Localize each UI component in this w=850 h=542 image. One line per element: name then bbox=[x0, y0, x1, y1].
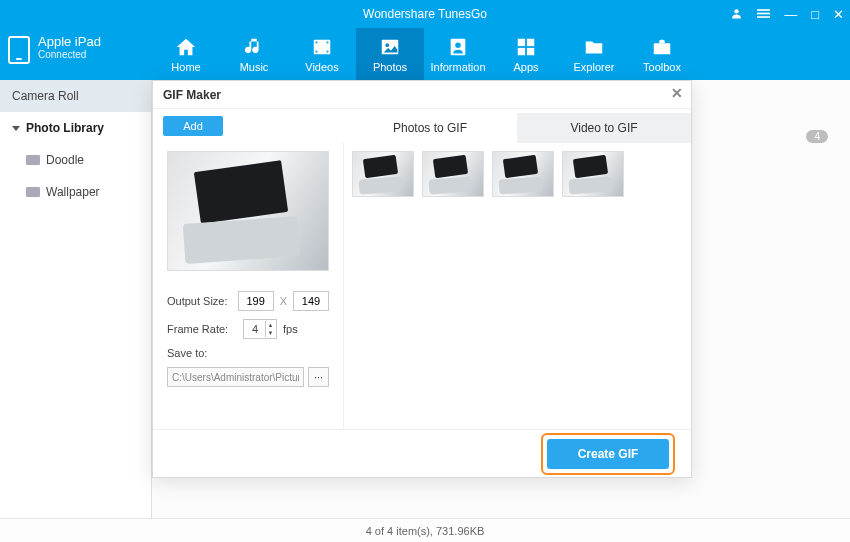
image-icon bbox=[26, 155, 40, 165]
nav-tabs: Home Music Videos Photos Information App… bbox=[152, 28, 850, 80]
add-button[interactable]: Add bbox=[163, 116, 223, 136]
nav-photos[interactable]: Photos bbox=[356, 28, 424, 80]
menu-icon[interactable] bbox=[757, 7, 770, 22]
home-icon bbox=[175, 36, 197, 58]
dialog-title: GIF Maker bbox=[163, 88, 221, 102]
sidebar-label: Camera Roll bbox=[12, 89, 79, 103]
gif-tabs: Photos to GIF Video to GIF bbox=[343, 113, 691, 143]
status-text: 4 of 4 item(s), 731.96KB bbox=[366, 525, 485, 537]
save-to-label: Save to: bbox=[167, 347, 207, 359]
folder-icon bbox=[583, 36, 605, 58]
svg-point-12 bbox=[455, 42, 461, 48]
nav-label: Toolbox bbox=[643, 61, 681, 73]
fps-label: fps bbox=[283, 323, 298, 335]
title-bar: Wondershare TunesGo — □ ✕ bbox=[0, 0, 850, 28]
device-info[interactable]: Apple iPad Connected bbox=[0, 28, 152, 80]
output-size-label: Output Size: bbox=[167, 295, 232, 307]
nav-label: Home bbox=[171, 61, 200, 73]
tablet-icon bbox=[8, 36, 30, 64]
sidebar: Camera Roll Photo Library Doodle Wallpap… bbox=[0, 80, 152, 518]
sidebar-label: Wallpaper bbox=[46, 185, 100, 199]
briefcase-icon bbox=[651, 36, 673, 58]
photo-icon bbox=[379, 36, 401, 58]
chevron-down-icon bbox=[12, 126, 20, 131]
nav-home[interactable]: Home bbox=[152, 28, 220, 80]
chevron-up-icon[interactable]: ▲ bbox=[265, 321, 275, 329]
nav-label: Videos bbox=[305, 61, 338, 73]
app-window: Wondershare TunesGo — □ ✕ Apple iPad Con… bbox=[0, 0, 850, 542]
maximize-button[interactable]: □ bbox=[811, 8, 819, 21]
svg-rect-2 bbox=[757, 12, 770, 14]
apps-icon bbox=[515, 36, 537, 58]
thumbnail[interactable] bbox=[562, 151, 624, 197]
create-gif-button[interactable]: Create GIF bbox=[547, 439, 669, 469]
svg-rect-16 bbox=[527, 47, 534, 54]
output-height-input[interactable] bbox=[293, 291, 329, 311]
device-status: Connected bbox=[38, 49, 101, 60]
tab-photos-to-gif[interactable]: Photos to GIF bbox=[343, 113, 517, 143]
dialog-footer: Create GIF bbox=[153, 429, 691, 477]
close-button[interactable]: ✕ bbox=[833, 8, 844, 21]
app-title: Wondershare TunesGo bbox=[363, 7, 487, 21]
settings-panel: Output Size: X Frame Rate: 4 ▲▼ fps bbox=[153, 143, 343, 429]
svg-rect-3 bbox=[757, 16, 770, 18]
tab-video-to-gif[interactable]: Video to GIF bbox=[517, 113, 691, 143]
svg-rect-8 bbox=[327, 50, 329, 52]
nav-label: Photos bbox=[373, 61, 407, 73]
nav-label: Apps bbox=[513, 61, 538, 73]
save-path-input[interactable] bbox=[167, 367, 304, 387]
nav-videos[interactable]: Videos bbox=[288, 28, 356, 80]
user-icon[interactable] bbox=[730, 7, 743, 22]
nav-apps[interactable]: Apps bbox=[492, 28, 560, 80]
svg-rect-15 bbox=[518, 47, 525, 54]
thumbnail[interactable] bbox=[492, 151, 554, 197]
svg-rect-5 bbox=[316, 41, 318, 43]
nav-label: Music bbox=[240, 61, 269, 73]
frame-rate-value: 4 bbox=[252, 323, 258, 335]
highlight-annotation: Create GIF bbox=[541, 433, 675, 475]
svg-rect-7 bbox=[327, 41, 329, 43]
sidebar-item-doodle[interactable]: Doodle bbox=[0, 144, 151, 176]
status-bar: 4 of 4 item(s), 731.96KB bbox=[0, 518, 850, 542]
nav-label: Information bbox=[430, 61, 485, 73]
header-nav: Apple iPad Connected Home Music Videos P… bbox=[0, 28, 850, 80]
svg-rect-6 bbox=[316, 50, 318, 52]
film-icon bbox=[311, 36, 333, 58]
close-icon[interactable]: ✕ bbox=[671, 85, 683, 101]
device-name: Apple iPad bbox=[38, 34, 101, 49]
nav-music[interactable]: Music bbox=[220, 28, 288, 80]
svg-point-0 bbox=[734, 9, 738, 13]
music-icon bbox=[243, 36, 265, 58]
svg-rect-1 bbox=[757, 9, 770, 11]
sidebar-label: Doodle bbox=[46, 153, 84, 167]
nav-toolbox[interactable]: Toolbox bbox=[628, 28, 696, 80]
thumbnail[interactable] bbox=[422, 151, 484, 197]
svg-point-10 bbox=[385, 43, 389, 47]
sidebar-label: Photo Library bbox=[26, 121, 104, 135]
gif-maker-dialog: GIF Maker ✕ Add Photos to GIF Video to G… bbox=[152, 80, 692, 478]
dimension-separator: X bbox=[280, 295, 287, 307]
image-icon bbox=[26, 187, 40, 197]
browse-button[interactable]: ··· bbox=[308, 367, 329, 387]
svg-rect-14 bbox=[527, 38, 534, 45]
nav-label: Explorer bbox=[574, 61, 615, 73]
contacts-icon bbox=[447, 36, 469, 58]
nav-information[interactable]: Information bbox=[424, 28, 492, 80]
frame-rate-stepper[interactable]: 4 ▲▼ bbox=[243, 319, 277, 339]
sidebar-item-camera-roll[interactable]: Camera Roll bbox=[0, 80, 151, 112]
sidebar-item-wallpaper[interactable]: Wallpaper bbox=[0, 176, 151, 208]
output-width-input[interactable] bbox=[238, 291, 274, 311]
count-badge: 4 bbox=[806, 130, 828, 143]
thumbnail-grid bbox=[343, 143, 691, 429]
dialog-title-bar: GIF Maker ✕ bbox=[153, 81, 691, 109]
sidebar-item-photo-library[interactable]: Photo Library bbox=[0, 112, 151, 144]
chevron-down-icon[interactable]: ▼ bbox=[265, 329, 275, 337]
minimize-button[interactable]: — bbox=[784, 8, 797, 21]
svg-rect-13 bbox=[518, 38, 525, 45]
svg-rect-17 bbox=[654, 43, 671, 54]
nav-explorer[interactable]: Explorer bbox=[560, 28, 628, 80]
thumbnail[interactable] bbox=[352, 151, 414, 197]
frame-rate-label: Frame Rate: bbox=[167, 323, 237, 335]
preview-image bbox=[167, 151, 329, 271]
